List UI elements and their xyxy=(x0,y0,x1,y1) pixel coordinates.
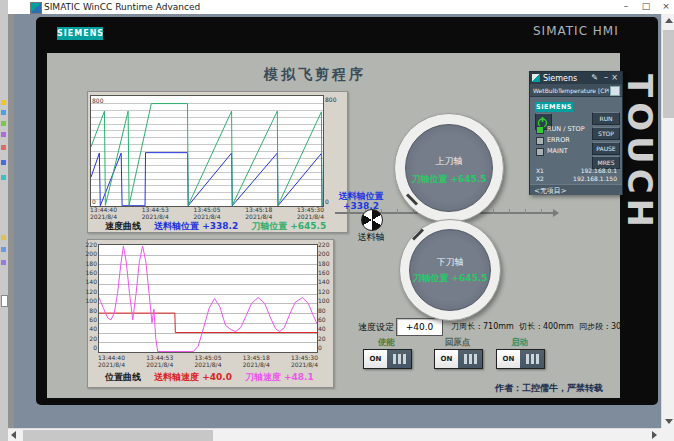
error-led xyxy=(536,137,544,145)
siemens-logo: SIEMENS xyxy=(57,27,103,40)
switch-handle[interactable] xyxy=(520,350,544,368)
chart-legend: 位置曲线 送料轴速度 +40.0 刀轴速度 +48.1 xyxy=(88,371,350,384)
vertical-scrollbar[interactable] xyxy=(661,14,674,428)
curve-送料轴位置 xyxy=(91,153,323,206)
instance-name: WetBulbTemperature [CPU 1515-2 PN] xyxy=(533,87,609,94)
minimize-button[interactable]: – xyxy=(618,0,634,13)
run-button[interactable]: RUN xyxy=(592,112,620,125)
minimize-icon[interactable]: – xyxy=(604,73,608,83)
plot-area: 800 0 xyxy=(90,95,324,207)
scroll-up-button[interactable] xyxy=(662,14,674,27)
speed-setting-label: 速度设定 xyxy=(358,321,394,334)
scroll-down-button[interactable] xyxy=(662,415,674,428)
tree-icon xyxy=(1,247,6,252)
x-tick-label: 13:44:402021/8/4 xyxy=(98,354,125,368)
switch-on-label: ON xyxy=(435,350,458,368)
horizontal-scrollbar[interactable] xyxy=(8,428,661,441)
siemens-logo: SIEMENS xyxy=(535,102,573,112)
lower-knife-name: 下刀轴 xyxy=(410,256,490,269)
x-axis-labels: 13:44:402021/8/413:44:532021/8/413:45:05… xyxy=(90,206,324,220)
plcsim-panel: Siemens ✎ – × WetBulbTemperature [CPU 15… xyxy=(529,71,623,195)
legend-knife-position: 刀轴位置 +645.5 xyxy=(251,220,326,233)
horizontal-scroll-thumb[interactable] xyxy=(23,430,213,441)
tree-icon xyxy=(1,132,6,137)
scrollbar-corner xyxy=(661,428,674,441)
switch-handle[interactable] xyxy=(387,350,411,368)
tree-icon xyxy=(1,175,6,180)
start-switch-label: 启动 xyxy=(496,337,543,349)
x-tick-label: 13:45:302021/8/4 xyxy=(291,354,318,368)
x-tick-label: 13:45:182021/8/4 xyxy=(245,206,272,220)
maint-led xyxy=(536,148,544,156)
legend-feed-position: 送料轴位置 +338.2 xyxy=(154,220,238,233)
feed-axis-name: 送料轴 xyxy=(350,231,392,244)
enable-switch[interactable]: ON xyxy=(363,349,412,369)
tree-icon xyxy=(1,235,6,240)
tree-node xyxy=(1,295,8,307)
lower-knife-core: 下刀轴 刀轴位置 +645.5 xyxy=(409,229,491,311)
x-tick-label: 13:44:532021/8/4 xyxy=(142,206,169,220)
process-parameters-text: 刀周长：710mm 切长：400mm 同步段：30° xyxy=(451,321,625,332)
hmi-bezel: SIEMENS SIMATIC HMI TOUCH 模拟飞剪程序 800 0 8… xyxy=(36,17,658,405)
speed-setpoint-input[interactable] xyxy=(396,318,443,336)
lower-knife-ring: 下刀轴 刀轴位置 +645.5 xyxy=(399,219,501,321)
x-tick-label: 13:44:532021/8/4 xyxy=(146,354,173,368)
x-tick-label: 13:45:182021/8/4 xyxy=(243,354,270,368)
page-title: 模拟飞剪程序 xyxy=(230,66,400,84)
plcsim-app-icon xyxy=(532,74,540,82)
trend-chart-top: 800 0 800 0 13:44:402021/8/413:44:532021… xyxy=(87,91,348,233)
trend-chart-bottom: 220200180160140120100806040200 220200180… xyxy=(87,239,334,388)
maximize-button[interactable]: □ xyxy=(638,0,654,13)
legend-title: 速度曲线 xyxy=(105,220,141,233)
scroll-right-button[interactable] xyxy=(648,429,661,441)
x-tick-label: 13:45:052021/8/4 xyxy=(194,206,221,220)
feed-axis-position-label: 送料轴位置 xyxy=(335,192,387,201)
y-axis-left-labels: 220200180160140120100806040200 xyxy=(86,242,97,351)
maint-led-label: MAINT xyxy=(547,147,568,155)
run-stop-led xyxy=(536,126,544,134)
instance-select-icon[interactable] xyxy=(610,86,620,96)
plcsim-title: Siemens xyxy=(543,74,577,83)
y-axis-max-label: 800 xyxy=(325,96,336,103)
x1-port-label: X1 xyxy=(536,167,544,174)
tree-icon xyxy=(1,160,6,165)
error-led-label: ERROR xyxy=(547,136,570,144)
plcsim-footer: <无项目> xyxy=(530,184,622,195)
legend-feed-speed: 送料轴速度 +40.0 xyxy=(154,371,232,384)
direction-arrow-icon xyxy=(553,209,559,217)
upper-knife-name: 上刀轴 xyxy=(406,155,492,168)
vertical-scroll-thumb[interactable] xyxy=(663,30,674,118)
chart-legend: 速度曲线 送料轴位置 +338.2 刀轴位置 +645.5 xyxy=(88,220,364,233)
window-titlebar[interactable]: SIMATIC WinCC Runtime Advanced – □ × xyxy=(8,0,674,15)
curve-送料轴速度 xyxy=(99,313,317,332)
x-tick-label: 13:45:052021/8/4 xyxy=(195,354,222,368)
tree-icon xyxy=(1,145,6,150)
wincc-app-icon xyxy=(30,2,42,14)
switch-on-label: ON xyxy=(364,350,387,368)
plcsim-body: SIEMENS RUN / STOP ERROR MAINT RUN STOP xyxy=(530,96,622,194)
start-switch[interactable]: ON xyxy=(496,349,545,369)
simatic-hmi-label: SIMATIC HMI xyxy=(533,24,619,38)
switch-handle[interactable] xyxy=(458,350,482,368)
home-switch[interactable]: ON xyxy=(434,349,483,369)
switch-on-label: ON xyxy=(497,350,520,368)
scroll-left-button[interactable] xyxy=(8,429,21,441)
pause-button[interactable]: PAUSE xyxy=(592,142,620,155)
close-button[interactable]: × xyxy=(658,0,674,13)
tree-icon xyxy=(1,121,6,126)
close-icon[interactable]: × xyxy=(611,73,618,83)
y-axis-min-label: 0 xyxy=(92,198,96,205)
edit-icon[interactable]: ✎ xyxy=(591,73,598,83)
legend-title: 位置曲线 xyxy=(105,371,141,384)
stop-button[interactable]: STOP xyxy=(592,127,620,140)
window-frame xyxy=(8,14,14,428)
x2-ip: 192.168.1.150 xyxy=(573,175,617,182)
plcsim-titlebar[interactable]: Siemens ✎ – × xyxy=(530,72,622,84)
project-status: <无项目> xyxy=(534,186,567,196)
tree-icon xyxy=(1,100,6,105)
x-tick-label: 13:44:402021/8/4 xyxy=(90,206,117,220)
run-stop-led-label: RUN / STOP xyxy=(547,125,585,133)
window-title: SIMATIC WinCC Runtime Advanced xyxy=(44,2,200,12)
lower-knife-position: 刀轴位置 +645.5 xyxy=(410,272,490,285)
x-tick-label: 13:45:302021/8/4 xyxy=(297,206,324,220)
